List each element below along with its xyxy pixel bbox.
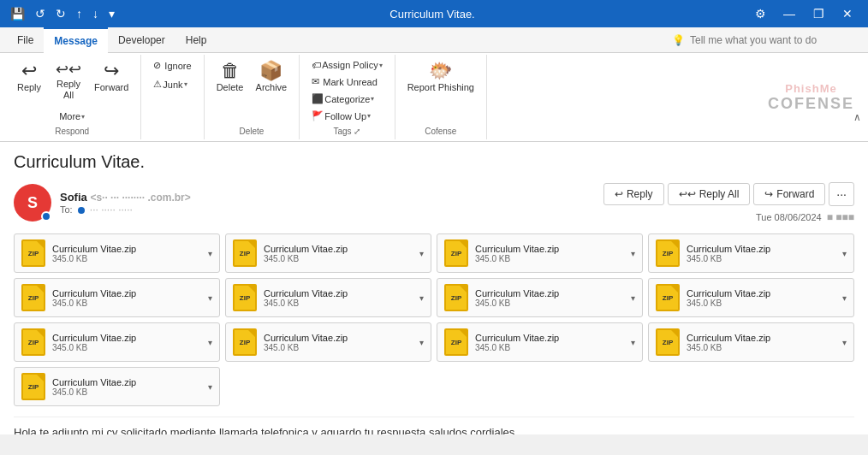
- attachment-11[interactable]: ZIP Curriculum Vitae.zip 345.0 KB ▾: [437, 322, 643, 362]
- attachment-7[interactable]: ZIP Curriculum Vitae.zip 345.0 KB ▾: [437, 278, 643, 317]
- report-phishing-label: Report Phishing: [407, 82, 474, 93]
- reply-all-button[interactable]: ↩↩ ReplyAll: [50, 58, 87, 104]
- attachment-8[interactable]: ZIP Curriculum Vitae.zip 345.0 KB ▾: [648, 278, 854, 317]
- to-masked: ··· ····· ·····: [90, 204, 133, 216]
- save-icon[interactable]: 💾: [7, 5, 28, 22]
- attachment-dropdown-13[interactable]: ▾: [208, 382, 212, 392]
- attachment-5[interactable]: ZIP Curriculum Vitae.zip 345.0 KB ▾: [14, 278, 220, 317]
- customize-icon[interactable]: ▾: [105, 5, 118, 22]
- follow-up-label: Follow Up: [324, 111, 366, 121]
- email-subject: Curriculum Vitae.: [14, 152, 854, 172]
- attachment-9[interactable]: ZIP Curriculum Vitae.zip 345.0 KB ▾: [14, 322, 220, 362]
- follow-up-icon: 🚩: [312, 110, 324, 121]
- undo-icon[interactable]: ↺: [32, 5, 49, 22]
- email-forward-icon: ↪: [764, 188, 773, 200]
- email-more-button[interactable]: ···: [829, 182, 854, 206]
- sender-to: To: ··· ····· ·····: [60, 204, 595, 216]
- more-button[interactable]: More ▾: [54, 109, 90, 123]
- respond-group-label: Respond: [55, 123, 89, 136]
- attachment-dropdown-4[interactable]: ▾: [842, 249, 847, 258]
- attachment-dropdown-3[interactable]: ▾: [631, 249, 635, 258]
- attachment-dropdown-9[interactable]: ▾: [208, 338, 212, 347]
- attachment-name-12: Curriculum Vitae.zip: [687, 333, 835, 343]
- settings-button[interactable]: ⚙: [746, 0, 774, 27]
- attachment-1[interactable]: ZIP Curriculum Vitae.zip 345.0 KB ▾: [14, 233, 220, 273]
- minimize-button[interactable]: —: [776, 0, 803, 27]
- tab-message[interactable]: Message: [44, 27, 108, 53]
- attachment-6[interactable]: ZIP Curriculum Vitae.zip 345.0 KB ▾: [225, 278, 431, 317]
- assign-dropdown-arrow: ▾: [379, 62, 383, 69]
- attachment-dropdown-10[interactable]: ▾: [419, 338, 424, 347]
- delete-button[interactable]: 🗑 Delete: [211, 58, 249, 97]
- up-icon[interactable]: ↑: [73, 5, 86, 22]
- archive-button[interactable]: 📦 Archive: [251, 58, 293, 97]
- attachment-size-5: 345.0 KB: [52, 298, 201, 308]
- attachment-3[interactable]: ZIP Curriculum Vitae.zip 345.0 KB ▾: [437, 233, 643, 273]
- email-reply-all-icon: ↩↩: [679, 188, 696, 200]
- ignore-button[interactable]: ⊘ Ignore: [148, 58, 196, 73]
- attachment-12[interactable]: ZIP Curriculum Vitae.zip 345.0 KB ▾: [648, 322, 854, 362]
- zip-icon-13: ZIP: [21, 373, 45, 400]
- attachment-info-9: Curriculum Vitae.zip 345.0 KB: [52, 333, 201, 352]
- attachment-dropdown-2[interactable]: ▾: [419, 249, 424, 258]
- forward-button[interactable]: ↪ Forward: [89, 58, 134, 97]
- attachment-dropdown-5[interactable]: ▾: [208, 293, 212, 303]
- attachment-10[interactable]: ZIP Curriculum Vitae.zip 345.0 KB ▾: [225, 322, 431, 362]
- forward-label: Forward: [94, 82, 128, 93]
- follow-up-button[interactable]: 🚩 Follow Up ▾: [306, 109, 387, 123]
- redo-icon[interactable]: ↻: [52, 5, 69, 22]
- restore-button[interactable]: ❐: [805, 0, 832, 27]
- attachment-dropdown-6[interactable]: ▾: [419, 293, 424, 303]
- attachment-4[interactable]: ZIP Curriculum Vitae.zip 345.0 KB ▾: [648, 233, 854, 273]
- email-date: Tue 08/06/2024: [756, 212, 822, 222]
- title-bar-left: 💾 ↺ ↻ ↑ ↓ ▾: [7, 5, 118, 22]
- attachment-size-9: 345.0 KB: [52, 343, 201, 352]
- ignore-junk-stacked: ⊘ Ignore ⚠ Junk ▾: [148, 58, 196, 92]
- attachment-info-8: Curriculum Vitae.zip 345.0 KB: [687, 288, 835, 308]
- categorize-button[interactable]: ⬛ Categorize ▾: [306, 92, 387, 106]
- zip-icon-8: ZIP: [656, 284, 680, 311]
- mark-unread-button[interactable]: ✉ Mark Unread: [306, 74, 387, 89]
- attachment-dropdown-11[interactable]: ▾: [631, 338, 635, 347]
- zip-icon-6: ZIP: [233, 284, 257, 311]
- phishme-logo: PhishMe: [785, 82, 836, 95]
- categorize-dropdown-arrow: ▾: [371, 95, 374, 103]
- reply-all-icon: ↩↩: [56, 62, 81, 77]
- email-action-buttons: ↩ Reply ↩↩ Reply All ↪ Forward ···: [603, 182, 854, 206]
- attachment-dropdown-8[interactable]: ▾: [842, 293, 847, 303]
- zip-icon-1: ZIP: [21, 239, 45, 267]
- close-button[interactable]: ✕: [834, 0, 861, 27]
- email-forward-button[interactable]: ↪ Forward: [753, 183, 825, 205]
- email-reply-all-button[interactable]: ↩↩ Reply All: [668, 183, 751, 205]
- reply-button[interactable]: ↩ Reply: [10, 58, 48, 97]
- follow-up-dropdown-arrow: ▾: [367, 112, 371, 120]
- cofense-buttons: 🐡 Report Phishing: [402, 58, 479, 123]
- tab-help[interactable]: Help: [175, 27, 217, 53]
- attachment-name-1: Curriculum Vitae.zip: [52, 244, 201, 254]
- tab-file[interactable]: File: [7, 27, 44, 53]
- assign-policy-button[interactable]: 🏷 Assign Policy ▾: [306, 58, 387, 72]
- email-reply-icon: ↩: [615, 188, 623, 200]
- junk-button[interactable]: ⚠ Junk ▾: [148, 77, 196, 92]
- attachment-dropdown-7[interactable]: ▾: [631, 293, 635, 303]
- ribbon-search-input[interactable]: [690, 34, 861, 46]
- report-phishing-button[interactable]: 🐡 Report Phishing: [402, 58, 479, 97]
- attachment-name-11: Curriculum Vitae.zip: [475, 333, 624, 343]
- email-reply-button[interactable]: ↩ Reply: [603, 183, 664, 205]
- ribbon-collapse-button[interactable]: ∧: [853, 111, 861, 123]
- down-icon[interactable]: ↓: [89, 5, 102, 22]
- junk-dropdown-arrow: ▾: [184, 80, 187, 88]
- archive-label: Archive: [256, 82, 288, 93]
- attachment-13[interactable]: ZIP Curriculum Vitae.zip 345.0 KB ▾: [14, 367, 220, 406]
- email-reply-all-label: Reply All: [699, 188, 740, 200]
- attachment-dropdown-1[interactable]: ▾: [208, 249, 212, 258]
- attachments-grid: ZIP Curriculum Vitae.zip 345.0 KB ▾ ZIP …: [14, 233, 854, 406]
- attachment-dropdown-12[interactable]: ▾: [842, 338, 847, 347]
- attachment-info-12: Curriculum Vitae.zip 345.0 KB: [687, 333, 835, 352]
- attachment-2[interactable]: ZIP Curriculum Vitae.zip 345.0 KB ▾: [225, 233, 431, 273]
- zip-icon-4: ZIP: [656, 239, 680, 267]
- attachment-name-3: Curriculum Vitae.zip: [475, 244, 624, 254]
- tab-developer[interactable]: Developer: [108, 27, 175, 53]
- attachment-size-11: 345.0 KB: [475, 343, 624, 352]
- sender-info: Sofia <s·· ··· ········ .com.br> To: ···…: [60, 191, 595, 216]
